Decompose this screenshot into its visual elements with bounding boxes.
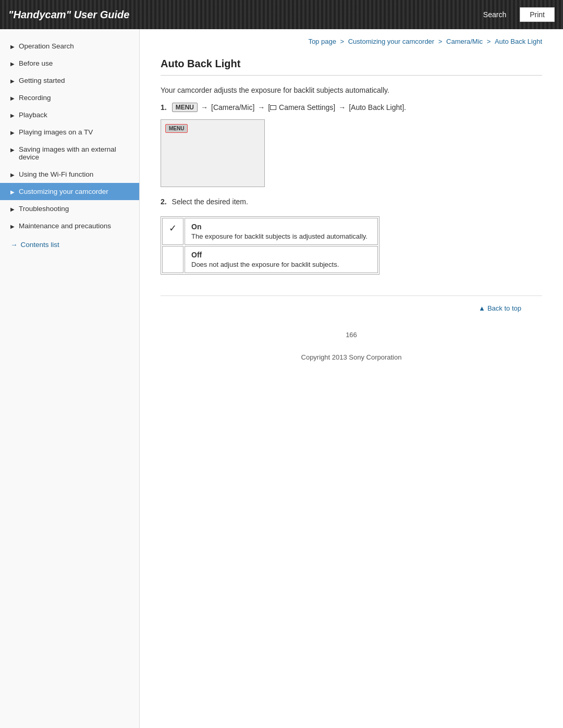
arrow-icon: ▶ (10, 113, 15, 118)
arrow-icon: ▶ (10, 172, 15, 178)
sidebar-item-before-use[interactable]: ▶ Before use (0, 55, 139, 72)
sidebar-item-playback[interactable]: ▶ Playback (0, 106, 139, 124)
step-1-text2: [ Camera Settings] (268, 103, 335, 112)
arrow-icon: ▶ (10, 206, 15, 212)
table-row: ✓ On The exposure for backlit subjects i… (162, 218, 378, 245)
step-1-text4: [Auto Back Light]. (349, 103, 406, 112)
page-number: 166 (161, 320, 542, 349)
option-off-desc: Does not adjust the exposure for backlit… (191, 261, 339, 268)
sidebar-item-wifi[interactable]: ▶ Using the Wi-Fi function (0, 166, 139, 183)
sidebar-item-playing-images-tv[interactable]: ▶ Playing images on a TV (0, 124, 139, 141)
breadcrumb-top[interactable]: Top page (308, 38, 336, 45)
arrow-right-icon: → (10, 241, 18, 249)
sidebar-item-getting-started[interactable]: ▶ Getting started (0, 72, 139, 89)
menu-image-box: MENU (161, 119, 265, 187)
page-header: "Handycam" User Guide Search Print (0, 0, 563, 29)
step-1: 1. MENU → [Camera/Mic] → [ Camera Settin… (161, 103, 542, 187)
triangle-icon: ▲ (479, 304, 485, 312)
sidebar-item-recording[interactable]: ▶ Recording (0, 89, 139, 106)
article-title: Auto Back Light (161, 58, 542, 76)
article-description: Your camcorder adjusts the exposure for … (161, 86, 542, 94)
page-layout: ▶ Operation Search ▶ Before use ▶ Gettin… (0, 29, 563, 728)
option-check-off (162, 246, 183, 273)
arrow-icon: ▶ (10, 61, 15, 67)
arrow-icon: ▶ (10, 189, 15, 195)
breadcrumb-current[interactable]: Auto Back Light (495, 38, 542, 45)
step-2-content: 2. Select the desired item. (161, 198, 542, 206)
sidebar-item-troubleshooting[interactable]: ▶ Troubleshooting (0, 200, 139, 217)
arrow-2: → (258, 103, 265, 112)
arrow-icon: ▶ (10, 78, 15, 84)
copyright: Copyright 2013 Sony Corporation (161, 349, 542, 372)
print-button[interactable]: Print (520, 7, 555, 22)
option-off: Off Does not adjust the exposure for bac… (185, 246, 378, 273)
option-on-desc: The exposure for backlit subjects is adj… (191, 232, 368, 240)
option-off-label: Off (191, 251, 371, 259)
menu-inner-button: MENU (165, 124, 188, 133)
table-row: Off Does not adjust the exposure for bac… (162, 246, 378, 273)
step-2-text: Select the desired item. (172, 198, 248, 206)
sidebar-item-maintenance[interactable]: ▶ Maintenance and precautions (0, 217, 139, 235)
arrow-icon: ▶ (10, 224, 15, 229)
contents-list-link[interactable]: → Contents list (0, 235, 139, 253)
arrow-icon: ▶ (10, 147, 15, 153)
sidebar-item-customizing[interactable]: ▶ Customizing your camcorder (0, 183, 139, 200)
arrow-icon: ▶ (10, 130, 15, 135)
breadcrumb: Top page > Customizing your camcorder > … (161, 38, 542, 45)
option-on-label: On (191, 223, 371, 231)
breadcrumb-camera-mic[interactable]: Camera/Mic (446, 38, 483, 45)
arrow-1: → (201, 103, 208, 112)
arrow-icon: ▶ (10, 44, 15, 50)
header-actions: Search Print (474, 7, 555, 22)
arrow-3: → (338, 103, 346, 112)
main-content: Top page > Customizing your camcorder > … (140, 29, 563, 728)
option-check-on: ✓ (162, 218, 183, 245)
menu-button-label: MENU (172, 103, 198, 112)
search-button[interactable]: Search (474, 7, 516, 22)
step-1-content: 1. MENU → [Camera/Mic] → [ Camera Settin… (161, 103, 542, 112)
back-to-top-link[interactable]: ▲ Back to top (479, 304, 521, 312)
step-2: 2. Select the desired item. (161, 198, 542, 206)
sidebar-item-operation-search[interactable]: ▶ Operation Search (0, 38, 139, 55)
arrow-icon: ▶ (10, 95, 15, 101)
page-footer: ▲ Back to top (161, 295, 542, 320)
options-table: ✓ On The exposure for backlit subjects i… (161, 216, 380, 275)
breadcrumb-customizing[interactable]: Customizing your camcorder (348, 38, 434, 45)
sidebar: ▶ Operation Search ▶ Before use ▶ Gettin… (0, 29, 140, 728)
step-1-text1: [Camera/Mic] (211, 103, 254, 112)
step-1-number: 1. (161, 103, 167, 112)
option-on: On The exposure for backlit subjects is … (185, 218, 378, 245)
sidebar-item-saving-images[interactable]: ▶ Saving images with an external device (0, 141, 139, 166)
step-2-number: 2. (161, 198, 167, 206)
site-title: "Handycam" User Guide (8, 9, 129, 21)
